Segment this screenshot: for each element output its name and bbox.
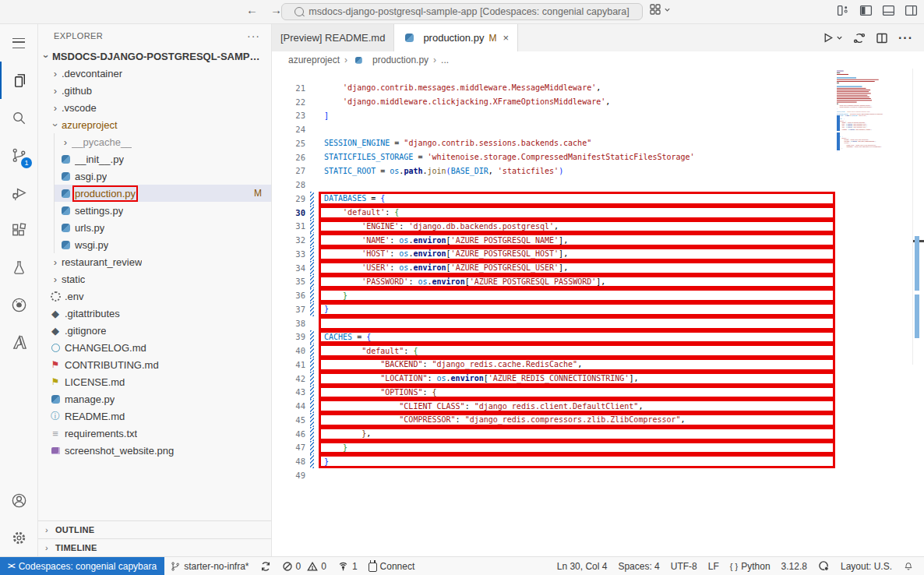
line-number[interactable]: 21 [272,83,305,93]
open-changes-icon[interactable] [853,32,866,44]
code-line-40[interactable]: 40 "default": { [272,344,924,358]
breadcrumb[interactable]: azureproject›production.py›... [272,51,924,69]
tree-item-.env[interactable]: .env [38,288,271,305]
line-number[interactable]: 31 [272,221,305,231]
encoding[interactable]: UTF-8 [665,557,703,575]
line-number[interactable]: 27 [272,166,305,175]
tree-item-wsgi.py[interactable]: wsgi.py [54,236,271,253]
breadcrumb-item[interactable]: production.py [372,55,428,65]
tree-item-requirements.txt[interactable]: ≡requirements.txt [38,425,271,442]
tree-item-production.py[interactable]: production.pyM [54,185,271,202]
overview-ruler[interactable] [912,69,924,365]
menu-button[interactable] [0,24,37,62]
line-number[interactable]: 43 [272,387,305,397]
code-line-39[interactable]: 39CACHES = { [272,330,924,344]
tree-item-settings.py[interactable]: settings.py [54,202,271,219]
back-button[interactable]: ← [244,2,260,17]
azure-tab[interactable] [0,323,37,361]
keyboard-layout[interactable]: Layout: U.S. [835,557,898,575]
tree-item-.gitignore[interactable]: ◆.gitignore [38,322,271,339]
run-debug-tab[interactable] [0,174,37,211]
code-line-42[interactable]: 42 "LOCATION": os.environ['AZURE_REDIS_C… [272,372,924,386]
line-number[interactable]: 25 [272,139,305,148]
code-line-36[interactable]: 36 } [272,288,924,302]
code-line-22[interactable]: 22 'django.middleware.clickjacking.XFram… [272,95,924,109]
line-number[interactable]: 45 [272,415,305,425]
code-line-24[interactable]: 24 [272,122,924,136]
line-number[interactable]: 46 [272,429,305,439]
ports-indicator[interactable]: 1 [332,557,363,575]
code-line-38[interactable]: 38 [272,316,924,330]
cursor-position[interactable]: Ln 30, Col 4 [552,557,613,575]
line-number[interactable]: 30 [272,208,305,217]
tree-item-.github[interactable]: ›.github [38,82,271,99]
code-editor[interactable]: 21 'django.contrib.messages.middleware.M… [272,69,924,556]
tree-item-screenshot_website.png[interactable]: screenshot_website.png [38,442,271,459]
code-line-31[interactable]: 31 'ENGINE': 'django.db.backends.postgre… [272,220,924,234]
line-number[interactable]: 38 [272,319,305,328]
tree-item-restaurant_review[interactable]: ›restaurant_review [38,253,271,270]
notifications-button[interactable] [898,557,919,575]
toggle-primary-sidebar-icon[interactable] [859,4,873,17]
code-line-30[interactable]: 30 'default': { [272,206,924,220]
line-number[interactable]: 42 [272,374,305,383]
command-center-search[interactable]: msdocs-django-postgresql-sample-app [Cod… [281,3,643,20]
minimap[interactable]: 'django.contrib.messages.middleware.Mess… [837,70,912,157]
breadcrumb-item[interactable]: azureproject [288,55,340,65]
outline-section[interactable]: › OUTLINE [38,520,271,538]
timeline-section[interactable]: › TIMELINE [38,538,271,556]
line-number[interactable]: 32 [272,235,305,245]
code-line-27[interactable]: 27STATIC_ROOT = os.path.join(BASE_DIR, '… [272,164,924,178]
line-number[interactable]: 22 [272,97,305,107]
testing-tab[interactable] [0,249,37,286]
line-number[interactable]: 23 [272,111,305,120]
line-number[interactable]: 37 [272,305,305,314]
code-line-48[interactable]: 48} [272,454,924,468]
line-number[interactable]: 35 [272,277,305,286]
tree-item-.vscode[interactable]: ›.vscode [38,99,271,116]
accounts-button[interactable] [0,482,37,519]
code-line-25[interactable]: 25SESSION_ENGINE = "django.contrib.sessi… [272,136,924,150]
language-mode[interactable]: { } Python [725,557,776,575]
tree-item-.devcontainer[interactable]: ›.devcontainer [38,65,271,82]
code-line-45[interactable]: 45 "COMPRESSOR": "django_redis.compresso… [272,413,924,427]
tree-item-manage.py[interactable]: manage.py [38,390,271,407]
tab-production.py[interactable]: production.pyM× [394,24,518,51]
split-editor-icon[interactable] [876,32,888,44]
tree-item-asgi.py[interactable]: asgi.py [54,168,271,185]
codespaces-menu-button[interactable] [649,3,671,16]
tree-item-urls.py[interactable]: urls.py [54,219,271,236]
line-number[interactable]: 39 [272,332,305,341]
breadcrumb-item[interactable]: ... [441,55,449,65]
branch-indicator[interactable]: starter-no-infra* [164,557,254,575]
tree-item-__init__.py[interactable]: __init__.py [54,150,271,168]
line-number[interactable]: 28 [272,180,305,189]
line-number[interactable]: 36 [272,291,305,300]
code-line-35[interactable]: 35 'PASSWORD': os.environ['AZURE_POSTGRE… [272,275,924,289]
code-line-21[interactable]: 21 'django.contrib.messages.middleware.M… [272,81,924,95]
indentation[interactable]: Spaces: 4 [612,557,665,575]
python-version[interactable]: 3.12.8 [776,557,813,575]
line-number[interactable]: 47 [272,443,305,452]
tree-item-LICENSE.md[interactable]: ⚑LICENSE.md [38,373,271,390]
run-python-button[interactable] [822,32,843,44]
sync-button[interactable] [255,557,277,575]
code-line-33[interactable]: 33 'HOST': os.environ['AZURE_POSTGRESQL_… [272,247,924,261]
code-line-32[interactable]: 32 'NAME': os.environ['AZURE_POSTGRESQL_… [272,233,924,247]
code-line-47[interactable]: 47 } [272,441,924,455]
tree-item-__pycache__[interactable]: ›__pycache__ [54,133,271,150]
line-number[interactable]: 48 [272,457,305,466]
explorer-tab[interactable] [0,62,37,99]
github-tab[interactable] [0,286,37,323]
line-number[interactable]: 44 [272,401,305,411]
tree-item-static[interactable]: ›static [38,270,271,288]
line-number[interactable]: 49 [272,471,305,480]
code-line-43[interactable]: 43 "OPTIONS": { [272,386,924,400]
tree-item-CHANGELOG.md[interactable]: CHANGELOG.md [38,339,271,356]
extensions-tab[interactable] [0,211,37,249]
code-line-23[interactable]: 23] [272,109,924,123]
line-number[interactable]: 41 [272,360,305,369]
source-control-tab[interactable]: 1 [0,136,37,174]
code-line-41[interactable]: 41 "BACKEND": "django_redis.cache.RedisC… [272,358,924,372]
close-icon[interactable]: × [503,32,509,44]
